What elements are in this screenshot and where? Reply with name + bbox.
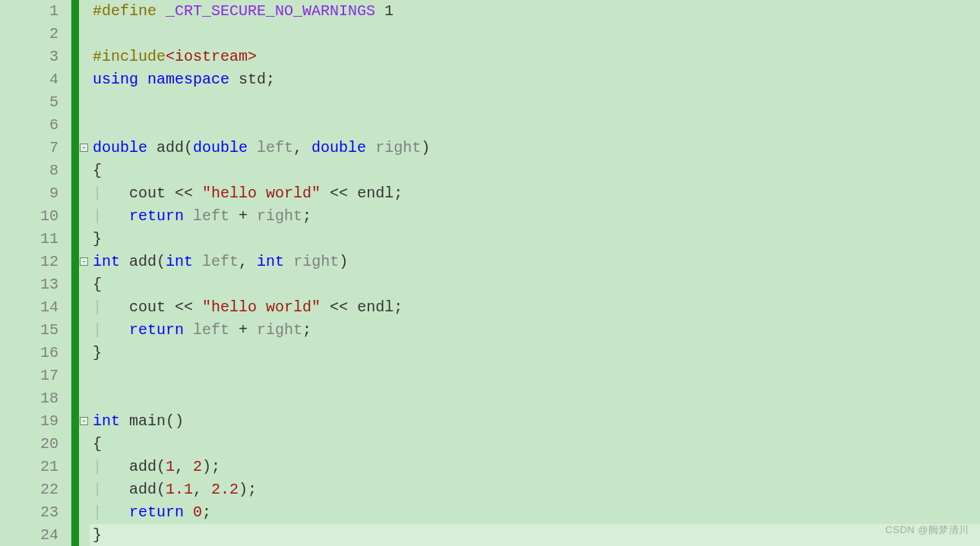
token: add(: [129, 481, 166, 498]
line-number: 24: [0, 524, 58, 546]
token: left: [193, 207, 229, 225]
token: right: [257, 207, 302, 225]
fold-toggle-icon[interactable]: -: [80, 257, 88, 266]
token: ;: [202, 503, 211, 521]
code-line[interactable]: | cout << "hello world" << endl;: [90, 296, 980, 319]
token: int: [93, 412, 120, 430]
code-line[interactable]: | cout << "hello world" << endl;: [90, 182, 980, 205]
token: left: [257, 139, 293, 156]
token: [284, 253, 293, 270]
token: 1.1: [166, 481, 193, 498]
code-line[interactable]: {: [90, 159, 980, 182]
line-number: 19: [0, 410, 58, 433]
line-number: 12: [0, 251, 58, 273]
token: );: [239, 481, 257, 498]
code-line[interactable]: [90, 365, 980, 387]
token: [184, 321, 193, 339]
token: int: [257, 253, 284, 270]
token: );: [202, 458, 220, 475]
line-number: 14: [0, 296, 58, 319]
token: }: [93, 344, 102, 361]
token: [366, 139, 375, 156]
token: right: [293, 253, 339, 270]
line-number: 7: [0, 137, 58, 159]
token: namespace: [147, 71, 229, 88]
token: cout: [129, 185, 175, 202]
token: |: [93, 298, 129, 316]
line-number: 16: [0, 342, 58, 365]
token: +: [229, 321, 257, 339]
line-number: 11: [0, 228, 58, 251]
token: [193, 298, 202, 316]
code-line[interactable]: | add(1, 2);: [90, 456, 980, 478]
token: |: [93, 503, 129, 521]
line-number: 8: [0, 159, 58, 182]
code-line[interactable]: int add(int left, int right): [90, 251, 980, 273]
line-number: 13: [0, 273, 58, 296]
token: [321, 185, 330, 202]
token: {: [93, 276, 102, 293]
line-number-gutter: 123456789101112131415161718192021222324: [0, 0, 71, 546]
token: "hello world": [202, 185, 321, 202]
token: #include: [93, 48, 166, 65]
fold-toggle-icon[interactable]: -: [80, 144, 88, 152]
code-line[interactable]: }: [90, 228, 980, 251]
code-line[interactable]: using namespace std;: [90, 68, 980, 91]
token: endl;: [348, 298, 403, 316]
token: [193, 253, 202, 270]
line-number: 9: [0, 182, 58, 205]
code-line[interactable]: int main(): [90, 410, 980, 433]
code-line[interactable]: | return left + right;: [90, 319, 980, 342]
fold-toggle-icon[interactable]: -: [80, 417, 88, 425]
code-line[interactable]: }: [90, 524, 980, 546]
code-line[interactable]: [90, 91, 980, 114]
token: left: [202, 253, 239, 270]
token: "hello world": [202, 298, 321, 316]
line-number: 4: [0, 68, 58, 91]
token: add(: [129, 458, 166, 475]
code-line[interactable]: [90, 23, 980, 46]
token: [321, 298, 330, 316]
token: [193, 185, 202, 202]
token: using: [93, 71, 138, 88]
line-number: 20: [0, 433, 58, 456]
token: }: [93, 230, 102, 248]
line-number: 5: [0, 91, 58, 114]
token: {: [93, 435, 102, 453]
code-line[interactable]: | add(1.1, 2.2);: [90, 478, 980, 501]
code-line[interactable]: #include<iostream>: [90, 46, 980, 68]
code-line[interactable]: #define _CRT_SECURE_NO_WARNINGS 1: [90, 0, 980, 23]
token: |: [93, 185, 129, 202]
line-number: 22: [0, 478, 58, 501]
code-line[interactable]: double add(double left, double right): [90, 137, 980, 159]
line-number: 2: [0, 23, 58, 46]
token: double: [311, 139, 366, 156]
line-number: 17: [0, 365, 58, 387]
code-line[interactable]: {: [90, 273, 980, 296]
code-line[interactable]: | return 0;: [90, 501, 980, 524]
token: |: [93, 321, 129, 339]
code-line[interactable]: [90, 114, 980, 137]
token: ,: [175, 458, 193, 475]
line-number: 10: [0, 205, 58, 228]
code-area[interactable]: #define _CRT_SECURE_NO_WARNINGS 1 #inclu…: [90, 0, 980, 546]
token: [184, 503, 193, 521]
line-number: 23: [0, 501, 58, 524]
watermark: CSDN @阙梦清川: [885, 519, 969, 541]
token: ;: [302, 321, 311, 339]
token: [184, 207, 193, 225]
token: ,: [239, 253, 257, 270]
code-line[interactable]: {: [90, 433, 980, 456]
token: ,: [293, 139, 311, 156]
code-line[interactable]: }: [90, 342, 980, 365]
line-number: 1: [0, 0, 58, 23]
code-editor: 123456789101112131415161718192021222324 …: [0, 0, 980, 546]
token: #define: [93, 2, 166, 20]
code-line[interactable]: | return left + right;: [90, 205, 980, 228]
code-line[interactable]: [90, 387, 980, 410]
token: cout: [129, 298, 175, 316]
token: {: [93, 162, 102, 179]
token: return: [129, 321, 184, 339]
token: }: [93, 526, 102, 544]
token: main(): [120, 412, 184, 430]
